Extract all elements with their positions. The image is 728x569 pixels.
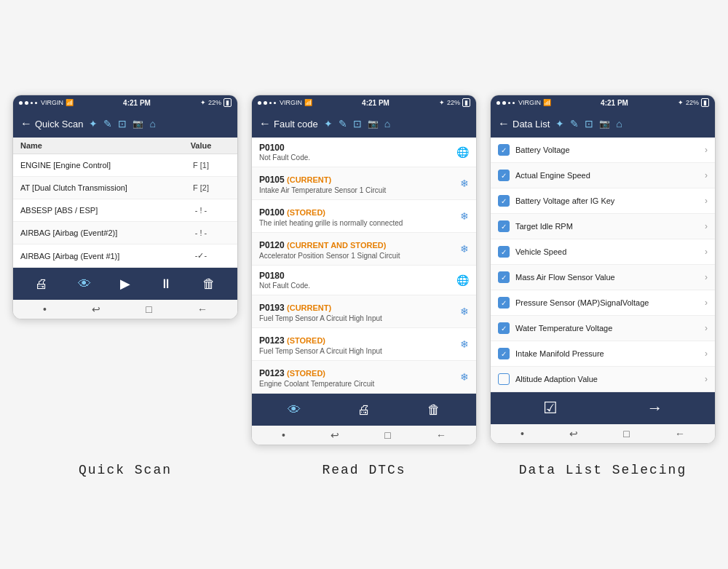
list-item[interactable]: P0123 (STORED) Engine Coolant Temperatur…	[252, 361, 476, 394]
camera-icon-3[interactable]: 📷	[599, 119, 610, 129]
home-icon-2[interactable]: ⌂	[384, 118, 390, 130]
list-item[interactable]: Intake Manifold Pressure ›	[491, 341, 715, 367]
pause-button[interactable]: ⏸	[159, 276, 173, 292]
status-right-2: ✦ 22% ▮	[439, 98, 470, 107]
table-row[interactable]: AIRBAG [Airbag (Event#2)] - ! -	[13, 222, 237, 244]
list-item[interactable]: Vehicle Speed ›	[491, 239, 715, 265]
list-item[interactable]: Battery Voltage after IG Key ›	[491, 188, 715, 214]
table-row[interactable]: AIRBAG [Airbag (Event #1)] -✓-	[13, 244, 237, 268]
table-row[interactable]: ABSESP [ABS / ESP] - ! -	[13, 199, 237, 222]
checkbox-intake-manifold[interactable]	[498, 348, 510, 359]
view-button[interactable]: 👁	[78, 276, 91, 292]
list-item[interactable]: P0123 (STORED) Fuel Temp Sensor A Circui…	[252, 328, 476, 361]
dtc-left: P0193 (CURRENT) Fuel Temp Sensor A Circu…	[259, 301, 456, 322]
list-item[interactable]: P0180 Not Fault Code. 🌐	[252, 266, 476, 295]
phone-quick-scan: VIRGIN 📶 4:21 PM ✦ 22% ▮ ← Quick Scan ✦ …	[12, 95, 238, 319]
snowflake-icon: ❄	[460, 371, 469, 383]
globe-icon: 🌐	[456, 274, 469, 286]
time-1: 4:21 PM	[123, 99, 151, 107]
dtc-desc: Not Fault Code.	[259, 282, 452, 290]
home-icon-3[interactable]: ⌂	[616, 118, 622, 130]
list-item[interactable]: Actual Engine Speed ›	[491, 163, 715, 188]
checkbox-water-temp[interactable]	[498, 322, 510, 334]
back-nav-icon-1[interactable]: ↩	[92, 303, 100, 315]
table-row[interactable]: AT [Dual Clutch Transmission] F [2]	[13, 177, 237, 199]
back-nav-icon-2[interactable]: ↩	[331, 429, 339, 441]
table-row[interactable]: ENGINE [Engine Control] F [1]	[13, 154, 237, 177]
dtc-desc: Intake Air Temperature Sensor 1 Circuit	[259, 186, 456, 194]
dtc-desc: Fuel Temp Sensor A Circuit High Input	[259, 314, 456, 322]
phones-row: VIRGIN 📶 4:21 PM ✦ 22% ▮ ← Quick Scan ✦ …	[12, 95, 716, 445]
datalist-label: Vehicle Speed	[515, 247, 699, 256]
table-body-1: ENGINE [Engine Control] F [1] AT [Dual C…	[13, 154, 237, 268]
print-button-2[interactable]: 🖨	[357, 402, 371, 418]
edit-icon-2[interactable]: ✎	[339, 118, 347, 130]
print-button[interactable]: 🖨	[35, 276, 48, 292]
dtc-code: P0123	[259, 368, 287, 378]
camera-icon-1[interactable]: 📷	[132, 119, 143, 129]
home-icon-1[interactable]: ⌂	[149, 118, 155, 130]
bluetooth-nav-icon-2[interactable]: ✦	[324, 118, 333, 130]
back-button-3[interactable]: ← Data List	[498, 117, 550, 130]
delete-button-2[interactable]: 🗑	[427, 402, 440, 418]
datalist-label: Mass Air Flow Sensor Value	[515, 273, 699, 282]
checkbox-battery-voltage[interactable]	[498, 144, 510, 156]
back2-nav-icon-1[interactable]: ←	[197, 303, 207, 315]
play-button[interactable]: ▶	[120, 276, 130, 292]
nav-icons-1: ✦ ✎ ⊡ 📷 ⌂	[89, 118, 155, 130]
save-icon-3[interactable]: ⊡	[585, 118, 593, 130]
back2-nav-icon-2[interactable]: ←	[436, 429, 446, 441]
home-nav-icon-1[interactable]: □	[146, 303, 151, 315]
signal-dot-4	[35, 102, 37, 104]
checkbox-target-idle-rpm[interactable]	[498, 220, 510, 232]
edit-icon-1[interactable]: ✎	[103, 118, 112, 130]
main-container: VIRGIN 📶 4:21 PM ✦ 22% ▮ ← Quick Scan ✦ …	[0, 80, 728, 489]
bluetooth-nav-icon-3[interactable]: ✦	[555, 118, 564, 130]
checkbox-altitude[interactable]	[498, 373, 510, 385]
home-nav-icon-3[interactable]: □	[623, 428, 629, 439]
bluetooth-nav-icon-1[interactable]: ✦	[89, 118, 98, 130]
save-icon-2[interactable]: ⊡	[353, 118, 362, 130]
row-name: ABSESP [ABS / ESP]	[20, 206, 172, 215]
back-nav-icon-3[interactable]: ↩	[569, 428, 578, 439]
dtc-code: P0180	[259, 271, 452, 281]
caption-data-list: Data List Selecing	[490, 458, 716, 482]
check-all-button[interactable]: ☑	[543, 399, 558, 418]
checkbox-pressure-sensor[interactable]	[498, 297, 510, 309]
list-item[interactable]: P0100 Not Fault Code. 🌐	[252, 138, 476, 167]
dtc-status: (STORED)	[287, 336, 325, 345]
bluetooth-icon-3: ✦	[678, 99, 684, 106]
delete-button[interactable]: 🗑	[202, 276, 215, 292]
list-item[interactable]: P0120 (CURRENT AND STORED) Accelerator P…	[252, 233, 476, 266]
list-item[interactable]: Target Idle RPM ›	[491, 214, 715, 239]
list-item[interactable]: P0105 (CURRENT) Intake Air Temperature S…	[252, 167, 476, 200]
back2-nav-icon-3[interactable]: ←	[675, 428, 685, 439]
home-nav-icon-2[interactable]: □	[384, 429, 390, 441]
signal-dot-3	[31, 102, 33, 104]
view-button-2[interactable]: 👁	[288, 402, 301, 418]
save-icon-1[interactable]: ⊡	[118, 118, 127, 130]
list-item[interactable]: Pressure Sensor (MAP)SignalVoltage ›	[491, 290, 715, 316]
list-item[interactable]: P0193 (CURRENT) Fuel Temp Sensor A Circu…	[252, 295, 476, 328]
list-item[interactable]: P0100 (STORED) The inlet heating grille …	[252, 200, 476, 233]
list-item[interactable]: Altitude Adaption Value ›	[491, 367, 715, 392]
checkbox-mass-air-flow[interactable]	[498, 271, 510, 283]
signal-dot-10	[502, 101, 506, 105]
signal-dot-2	[25, 101, 28, 105]
checkbox-vehicle-speed[interactable]	[498, 246, 510, 258]
signal-dot-1	[19, 101, 23, 105]
checkbox-actual-engine-speed[interactable]	[498, 170, 510, 181]
list-item[interactable]: Mass Air Flow Sensor Value ›	[491, 265, 715, 290]
dtc-code: P0100	[259, 143, 452, 153]
camera-icon-2[interactable]: 📷	[368, 119, 379, 129]
checkbox-battery-voltage-ig[interactable]	[498, 195, 510, 207]
edit-icon-3[interactable]: ✎	[570, 118, 579, 130]
list-item[interactable]: Battery Voltage ›	[491, 138, 715, 163]
list-item[interactable]: Water Temperature Voltage ›	[491, 316, 715, 341]
back-button-2[interactable]: ← Fault code	[259, 117, 318, 130]
toolbar-1: 🖨 👁 ▶ ⏸ 🗑	[13, 268, 237, 300]
next-button[interactable]: →	[647, 399, 663, 418]
chevron-right-icon: ›	[705, 349, 708, 359]
back-arrow-icon-2: ←	[259, 117, 271, 130]
back-button-1[interactable]: ← Quick Scan	[20, 117, 83, 130]
